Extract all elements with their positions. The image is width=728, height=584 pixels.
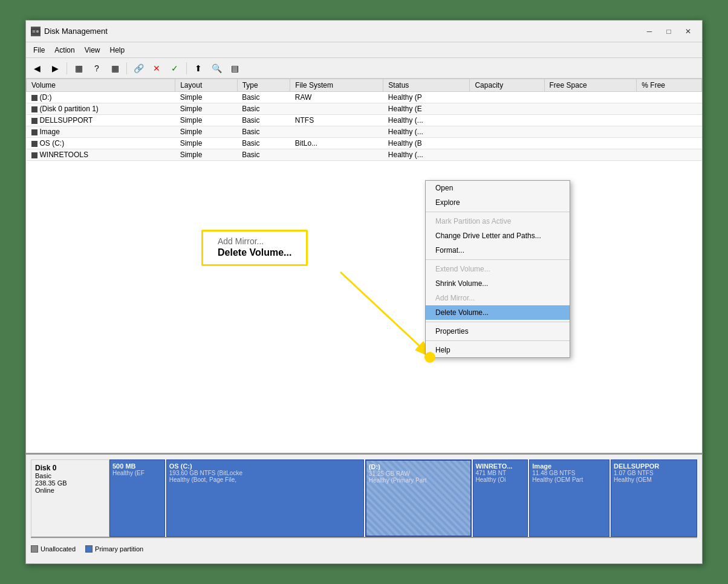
cell-layout: Simple xyxy=(175,92,238,103)
partition-block[interactable]: DELLSUPPOR 1.07 GB NTFS Healthy (OEM xyxy=(611,459,697,537)
titlebar: Disk Management ─ □ ✕ xyxy=(26,21,702,42)
col-volume[interactable]: Volume xyxy=(27,79,175,92)
menu-file[interactable]: File xyxy=(28,45,50,56)
disk-name: Disk 0 xyxy=(35,464,105,472)
ctx-item-change-drive-letter-and-paths-[interactable]: Change Drive Letter and Paths... xyxy=(426,229,570,243)
ctx-item-properties[interactable]: Properties xyxy=(426,324,570,339)
cell-type: Basic xyxy=(237,138,290,149)
partition-block[interactable]: 500 MB Healthy (EF xyxy=(109,459,165,537)
table-row[interactable]: WINRETOOLS Simple Basic Healthy (... xyxy=(27,149,702,161)
menubar: File Action View Help xyxy=(26,42,702,58)
cell-capacity xyxy=(470,149,544,161)
window-controls: ─ □ ✕ xyxy=(640,25,697,37)
col-layout[interactable]: Layout xyxy=(175,79,238,92)
volume-table: Volume Layout Type File System Status Ca… xyxy=(26,79,702,161)
cell-fs: NTFS xyxy=(290,115,383,126)
svg-rect-1 xyxy=(33,30,35,33)
cell-capacity xyxy=(470,115,544,126)
partition-status: Healthy (OEM Part xyxy=(532,476,606,483)
cell-status: Healthy (... xyxy=(383,115,470,126)
col-type[interactable]: Type xyxy=(237,79,290,92)
partition-name: OS (C:) xyxy=(169,462,361,470)
menu-action[interactable]: Action xyxy=(50,45,79,56)
back-button[interactable]: ◀ xyxy=(28,60,45,76)
properties-toolbar-button[interactable]: ▤ xyxy=(226,60,243,76)
disk-view-button[interactable]: ▦ xyxy=(106,60,123,76)
ctx-item-shrink-volume-[interactable]: Shrink Volume... xyxy=(426,276,570,291)
cell-status: Healthy (... xyxy=(383,149,470,161)
cell-pct xyxy=(637,138,702,149)
cell-layout: Simple xyxy=(175,149,238,161)
partition-block[interactable]: Image 11.48 GB NTFS Healthy (OEM Part xyxy=(529,459,609,537)
cell-free xyxy=(544,103,637,115)
delete-button[interactable]: ✕ xyxy=(148,60,165,76)
disk-partitions: 500 MB Healthy (EF OS (C:) 193.60 GB NTF… xyxy=(109,459,697,537)
maximize-button[interactable]: □ xyxy=(660,25,678,37)
connect-button[interactable]: 🔗 xyxy=(130,60,147,76)
cell-free xyxy=(544,92,637,103)
partition-name: DELLSUPPOR xyxy=(614,462,694,470)
cell-pct xyxy=(637,92,702,103)
partition-status: Healthy (OEM xyxy=(614,476,694,483)
cell-layout: Simple xyxy=(175,103,238,115)
help-button[interactable]: ? xyxy=(88,60,105,76)
partition-size: 11.48 GB NTFS xyxy=(532,470,606,476)
cell-layout: Simple xyxy=(175,115,238,126)
primary-color xyxy=(85,545,93,553)
col-free[interactable]: Free Space xyxy=(544,79,637,92)
menu-help[interactable]: Help xyxy=(105,45,130,56)
cell-status: Healthy (B xyxy=(383,138,470,149)
cell-volume: Image xyxy=(27,126,175,138)
table-row[interactable]: OS (C:) Simple Basic BitLo... Healthy (B xyxy=(27,138,702,149)
ctx-item-explore[interactable]: Explore xyxy=(426,195,570,210)
cell-volume: DELLSUPPORT xyxy=(27,115,175,126)
partition-status: Healthy (Boot, Page File, xyxy=(169,476,361,483)
cell-fs xyxy=(290,126,383,138)
disk-info: Disk 0 Basic 238.35 GB Online xyxy=(31,459,109,537)
minimize-button[interactable]: ─ xyxy=(640,25,658,37)
volume-list-button[interactable]: ▦ xyxy=(70,60,87,76)
table-row[interactable]: (Disk 0 partition 1) Simple Basic Health… xyxy=(27,103,702,115)
cell-layout: Simple xyxy=(175,126,238,138)
callout-box: Add Mirror... Delete Volume... xyxy=(201,230,308,266)
table-row[interactable]: Image Simple Basic Healthy (... xyxy=(27,126,702,138)
ctx-item-format-[interactable]: Format... xyxy=(426,243,570,258)
partition-block[interactable]: (D:) 31.25 GB RAW Healthy (Primary Part xyxy=(365,459,472,537)
ctx-item-extend-volume-: Extend Volume... xyxy=(426,262,570,276)
partition-block[interactable]: OS (C:) 193.60 GB NTFS (BitLocke Healthy… xyxy=(166,459,364,537)
ctx-item-help[interactable]: Help xyxy=(426,343,570,357)
partition-status: Healthy (Primary Part xyxy=(369,477,468,484)
check-button[interactable]: ✓ xyxy=(166,60,183,76)
search-button[interactable]: 🔍 xyxy=(208,60,225,76)
partition-name: Image xyxy=(532,462,606,470)
cell-type: Basic xyxy=(237,115,290,126)
forward-button[interactable]: ▶ xyxy=(47,60,63,76)
col-filesystem[interactable]: File System xyxy=(290,79,383,92)
menu-view[interactable]: View xyxy=(80,45,105,56)
col-capacity[interactable]: Capacity xyxy=(470,79,544,92)
col-pct[interactable]: % Free xyxy=(637,79,702,92)
export-button[interactable]: ⬆ xyxy=(190,60,207,76)
partition-block[interactable]: WINRETO... 471 MB NT Healthy (Oi xyxy=(473,459,528,537)
legend-primary: Primary partition xyxy=(85,545,143,553)
context-menu: OpenExploreMark Partition as ActiveChang… xyxy=(425,180,570,358)
cell-type: Basic xyxy=(237,126,290,138)
col-status[interactable]: Status xyxy=(383,79,470,92)
window-title: Disk Management xyxy=(44,27,640,36)
table-row[interactable]: DELLSUPPORT Simple Basic NTFS Healthy (.… xyxy=(27,115,702,126)
toolbar-separator-3 xyxy=(186,62,187,74)
ctx-item-delete-volume-[interactable]: Delete Volume... xyxy=(426,305,570,320)
disk-row: Disk 0 Basic 238.35 GB Online 500 MB Hea… xyxy=(31,459,697,538)
cell-type: Basic xyxy=(237,103,290,115)
ctx-separator xyxy=(426,322,570,322)
ctx-separator xyxy=(426,212,570,212)
partition-status: Healthy (EF xyxy=(112,470,162,476)
cell-volume: WINRETOOLS xyxy=(27,149,175,161)
cell-status: Healthy (P xyxy=(383,92,470,103)
table-row[interactable]: (D:) Simple Basic RAW Healthy (P xyxy=(27,92,702,103)
callout-delete-volume: Delete Volume... xyxy=(210,246,299,262)
cell-pct xyxy=(637,103,702,115)
ctx-item-open[interactable]: Open xyxy=(426,181,570,195)
disk-panel: Disk 0 Basic 238.35 GB Online 500 MB Hea… xyxy=(26,455,702,563)
close-button[interactable]: ✕ xyxy=(679,25,697,37)
